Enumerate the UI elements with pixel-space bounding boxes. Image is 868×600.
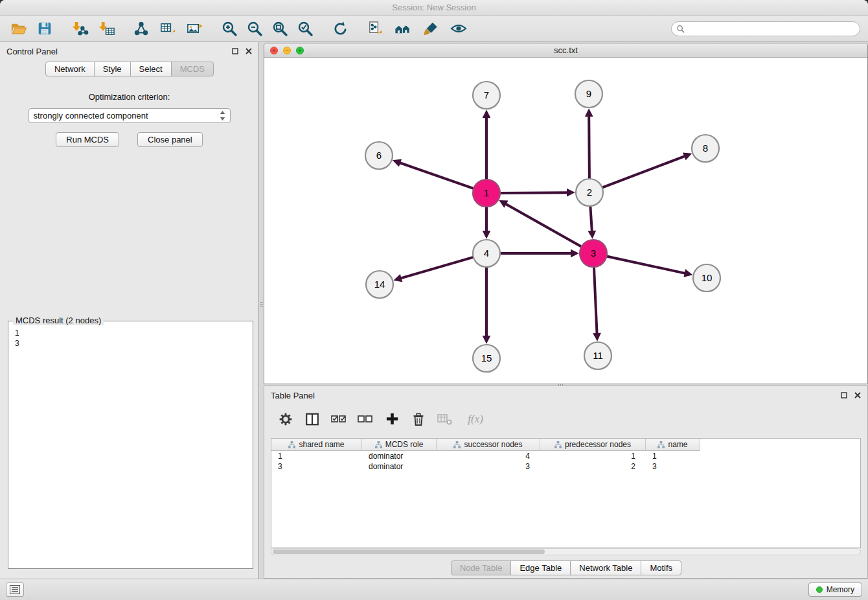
zoom-selected-button[interactable] <box>295 18 315 39</box>
float-table-panel-icon[interactable] <box>841 392 847 398</box>
close-panel-button[interactable]: Close panel <box>137 132 203 147</box>
node-label: 10 <box>702 272 713 283</box>
eye-icon <box>450 20 468 37</box>
show-hide-graphics-button[interactable] <box>448 18 469 39</box>
column-header-name[interactable]: name <box>646 439 700 451</box>
zoom-selected-icon <box>297 20 314 37</box>
table-row[interactable]: 3dominator323 <box>271 461 860 472</box>
new-network-button[interactable] <box>131 18 152 39</box>
memory-status-icon <box>816 586 823 593</box>
edge-2-8[interactable] <box>603 156 685 187</box>
tab-select[interactable]: Select <box>130 62 172 76</box>
zoom-in-button[interactable] <box>219 18 240 39</box>
tab-style[interactable]: Style <box>94 62 131 76</box>
delete-table-button[interactable] <box>437 411 453 428</box>
node-label: 1 <box>484 187 489 198</box>
delete-column-button[interactable] <box>410 411 427 428</box>
window-titlebar[interactable]: Session: New Session <box>0 0 868 16</box>
node-8[interactable]: 8 <box>692 135 719 162</box>
node-11[interactable]: 11 <box>584 342 611 369</box>
network-window-titlebar[interactable]: × – + scc.txt <box>264 43 867 58</box>
show-panels-button[interactable] <box>6 583 24 597</box>
import-network-button[interactable] <box>69 18 90 39</box>
node-label: 9 <box>586 88 591 99</box>
tab-motifs[interactable]: Motifs <box>641 560 681 575</box>
table-settings-button[interactable] <box>277 411 294 428</box>
new-network-from-table-button[interactable] <box>157 18 178 39</box>
tab-network-table[interactable]: Network Table <box>570 560 641 575</box>
node-4[interactable]: 4 <box>473 240 500 267</box>
show-all-networks-button[interactable] <box>393 18 413 39</box>
import-table-button[interactable] <box>96 18 117 39</box>
node-label: 15 <box>481 352 492 363</box>
show-columns-button[interactable] <box>304 411 321 428</box>
column-header-MCDS-role[interactable]: MCDS role <box>362 439 437 451</box>
edge-2-3[interactable] <box>590 207 591 231</box>
node-3[interactable]: 3 <box>580 240 607 267</box>
function-builder-button[interactable]: f(x) <box>463 411 488 428</box>
edge-2-9[interactable] <box>589 117 589 178</box>
table-row[interactable]: 1dominator411 <box>271 451 860 461</box>
node-1[interactable]: 1 <box>473 179 500 207</box>
select-all-columns-button[interactable] <box>330 411 347 428</box>
node-7[interactable]: 7 <box>473 82 500 109</box>
close-window-button[interactable]: × <box>270 47 278 54</box>
unselect-all-columns-button[interactable] <box>357 411 374 428</box>
column-header-successor-nodes[interactable]: successor nodes <box>437 439 540 451</box>
edge-3-1[interactable] <box>507 204 581 246</box>
import-network-icon <box>71 20 89 38</box>
maximize-window-button[interactable]: + <box>296 47 304 54</box>
memory-button[interactable]: Memory <box>808 583 862 597</box>
node-14[interactable]: 14 <box>366 271 393 298</box>
search-input[interactable] <box>671 21 860 36</box>
export-image-button[interactable] <box>184 18 205 39</box>
zoom-out-button[interactable] <box>244 18 265 39</box>
edge-3-10[interactable] <box>608 257 685 273</box>
column-header-predecessor-nodes[interactable]: predecessor nodes <box>540 439 646 451</box>
attribute-icon <box>375 441 382 448</box>
edge-1-2[interactable] <box>501 192 567 193</box>
create-column-button[interactable] <box>383 411 400 428</box>
close-table-panel-icon[interactable] <box>854 392 861 398</box>
edge-4-14[interactable] <box>402 257 473 278</box>
zoom-fit-button[interactable] <box>269 18 290 39</box>
cell-successor-nodes: 3 <box>437 462 540 471</box>
minimize-window-button[interactable]: – <box>283 47 291 54</box>
cell-predecessor-nodes: 2 <box>540 462 646 471</box>
node-2[interactable]: 2 <box>576 179 603 206</box>
scrollbar-thumb[interactable] <box>273 549 545 554</box>
float-panel-icon[interactable] <box>232 48 238 54</box>
table-header-row: shared nameMCDS rolesuccessor nodesprede… <box>271 439 860 451</box>
apply-style-button[interactable] <box>420 18 441 39</box>
table-panel-title: Table Panel <box>271 391 315 400</box>
network-canvas[interactable]: 7968124314101511 <box>264 58 867 384</box>
network-icon <box>133 20 150 37</box>
run-mcds-button[interactable]: Run MCDS <box>56 132 119 147</box>
node-15[interactable]: 15 <box>473 345 500 372</box>
tab-node-table[interactable]: Node Table <box>451 560 512 575</box>
tab-mcds[interactable]: MCDS <box>171 62 214 76</box>
node-10[interactable]: 10 <box>693 264 720 292</box>
table-horizontal-scrollbar[interactable] <box>271 548 861 555</box>
node-label: 14 <box>374 279 385 290</box>
clone-network-button[interactable] <box>365 18 385 39</box>
tab-edge-table[interactable]: Edge Table <box>510 560 571 575</box>
criterion-dropdown-value: strongly connected component <box>34 111 148 121</box>
open-session-button[interactable] <box>8 18 29 39</box>
edge-3-11[interactable] <box>594 268 597 333</box>
save-session-button[interactable] <box>34 18 55 39</box>
apply-layout-button[interactable] <box>330 18 350 39</box>
cell-successor-nodes: 4 <box>437 452 540 461</box>
node-9[interactable]: 9 <box>575 80 602 108</box>
column-header-shared-name[interactable]: shared name <box>271 439 362 451</box>
vertical-splitter[interactable] <box>259 295 264 312</box>
criterion-dropdown[interactable]: strongly connected component <box>29 108 231 123</box>
close-panel-icon[interactable] <box>246 48 252 54</box>
node-label: 8 <box>703 143 708 154</box>
edge-1-6[interactable] <box>400 163 473 189</box>
node-6[interactable]: 6 <box>365 142 393 169</box>
zoom-out-icon <box>246 20 263 37</box>
cell-shared-name: 3 <box>271 462 362 471</box>
paint-brush-icon <box>422 20 440 38</box>
tab-network[interactable]: Network <box>45 62 95 76</box>
